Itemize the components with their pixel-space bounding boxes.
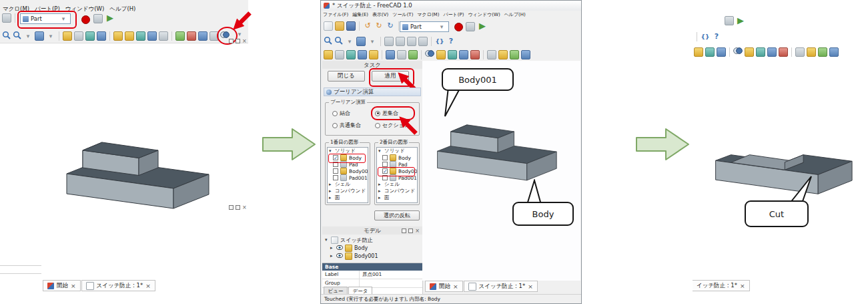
viewport-3d[interactable]: [57, 112, 230, 215]
part-offset-icon[interactable]: [209, 31, 219, 41]
list-node-solids[interactable]: ▾ソリッド: [377, 148, 417, 154]
part-import-icon[interactable]: [795, 47, 805, 57]
part-boolean-icon[interactable]: [425, 48, 434, 61]
save-icon[interactable]: [346, 21, 356, 31]
second-shape-list[interactable]: ▾ソリッド Body Pad ✓Body001 Pad001 ▸シェル ▸コンパ…: [376, 147, 418, 203]
tab-document-partial[interactable]: イッチ防止 : 1* ×: [693, 280, 750, 291]
macro-edit-icon[interactable]: [725, 16, 734, 25]
dock-close-icon[interactable]: ×: [415, 228, 420, 234]
list-item-body001[interactable]: ✓Body001: [377, 168, 417, 174]
visibility-eye-icon[interactable]: [336, 253, 343, 259]
close-icon[interactable]: ×: [453, 283, 458, 290]
menu-macro[interactable]: マクロ(M): [0, 5, 32, 13]
part-export-icon[interactable]: [807, 47, 816, 57]
tab-start-page[interactable]: 開始 ×: [43, 280, 81, 291]
checkbox-checked[interactable]: ✓: [382, 168, 388, 174]
new-file-icon[interactable]: [324, 21, 333, 31]
workbench-selector[interactable]: Part ▾: [400, 21, 449, 32]
part-shapebuilder-icon[interactable]: [818, 47, 827, 57]
macro-play-icon[interactable]: ▶: [105, 13, 115, 23]
dock-restore-icon[interactable]: [236, 39, 240, 43]
part-shapebuilder-icon[interactable]: [510, 50, 519, 59]
list-item-pad[interactable]: Pad: [377, 161, 417, 168]
menu-window[interactable]: ウィンドウ(W): [63, 5, 107, 13]
chevron-down-icon[interactable]: ▾: [23, 31, 33, 41]
menu-part[interactable]: パート(P): [32, 5, 63, 13]
expander-icon[interactable]: ▸: [378, 182, 382, 187]
boolean-section-header[interactable]: ブーリアン演算: [324, 88, 421, 96]
expander-icon[interactable]: ▸: [330, 253, 334, 259]
macro-edit-icon[interactable]: [466, 22, 475, 31]
checkbox-checked[interactable]: ✓: [333, 155, 338, 160]
part-boolean-icon[interactable]: [220, 29, 230, 42]
zoom-selection-icon[interactable]: [13, 29, 21, 42]
list-item-pad001[interactable]: Pad001: [328, 174, 368, 181]
chevron-down-icon[interactable]: ▾: [235, 29, 244, 39]
list-node-solids[interactable]: ▾ソリッド: [328, 148, 368, 154]
part-refine-icon[interactable]: [521, 50, 530, 59]
view-front-icon[interactable]: [384, 37, 394, 46]
checkbox[interactable]: [382, 162, 388, 167]
part-sphere-icon[interactable]: [705, 47, 715, 57]
menu-help[interactable]: ヘルプ(H): [502, 11, 528, 19]
part-sweep-icon[interactable]: [187, 31, 196, 41]
radio-intersection[interactable]: 共通集合: [332, 122, 361, 129]
dock-controls[interactable]: ×: [402, 228, 420, 234]
macro-play-icon[interactable]: ▶: [478, 21, 487, 31]
refresh-icon[interactable]: ↻: [386, 21, 395, 31]
whats-this-icon[interactable]: ?: [446, 37, 456, 46]
list-node-shells[interactable]: ▸シェル: [328, 181, 368, 188]
expander-icon[interactable]: ▸: [330, 245, 334, 251]
axonometric-view-icon[interactable]: [35, 31, 44, 41]
list-node-face[interactable]: ▸面: [377, 194, 417, 201]
part-export-icon[interactable]: [498, 50, 508, 59]
expander-icon[interactable]: ▾: [325, 237, 329, 243]
part-extrude-icon[interactable]: [386, 50, 395, 59]
checkbox[interactable]: [333, 168, 338, 174]
checkbox[interactable]: [382, 175, 388, 180]
close-button[interactable]: 閉じる: [328, 71, 365, 82]
part-revolve-icon[interactable]: [397, 50, 406, 59]
expander-icon[interactable]: ▸: [378, 188, 382, 194]
part-loft-icon[interactable]: [175, 31, 185, 41]
tree-item-body[interactable]: ▸ Body: [322, 244, 422, 252]
part-cut-icon[interactable]: [745, 47, 754, 57]
toolbar-icon[interactable]: [2, 13, 11, 23]
part-section-icon[interactable]: [470, 50, 480, 59]
part-torus-icon[interactable]: [369, 50, 378, 59]
list-node-compound[interactable]: ▸コンパウンド: [328, 188, 368, 194]
menu-part[interactable]: パート(P): [441, 11, 466, 19]
menu-window[interactable]: ウィンドウ(W): [466, 11, 502, 19]
expander-icon[interactable]: ▸: [329, 182, 333, 187]
visibility-eye-icon[interactable]: [336, 245, 343, 251]
dock-controls[interactable]: ×: [229, 204, 247, 210]
part-sphere-icon[interactable]: [346, 50, 356, 59]
open-file-icon[interactable]: [335, 21, 344, 31]
part-section-icon[interactable]: [198, 31, 207, 41]
part-sphere-icon[interactable]: [85, 31, 95, 41]
property-group-header[interactable]: Base: [322, 263, 422, 271]
part-cylinder-icon[interactable]: [335, 50, 344, 59]
radio-union[interactable]: 結合: [332, 110, 350, 117]
part-cylinder-icon[interactable]: [74, 31, 83, 41]
list-node-face[interactable]: ▸面: [328, 194, 368, 201]
dock-restore-icon[interactable]: [236, 205, 240, 210]
checkbox[interactable]: [333, 162, 338, 167]
view-right-icon[interactable]: [407, 37, 416, 46]
list-item-pad[interactable]: Pad: [328, 161, 368, 168]
first-shape-list[interactable]: ▾ソリッド ✓Body Pad Body001 Pad001 ▸シェル ▸コンパ…: [327, 147, 368, 203]
macro-edit-icon[interactable]: [93, 14, 103, 23]
part-box-icon[interactable]: [694, 47, 703, 57]
menu-view[interactable]: 表示(V): [370, 11, 390, 19]
zoom-fit-icon[interactable]: [2, 29, 11, 42]
close-icon[interactable]: ×: [740, 283, 745, 289]
menu-tools[interactable]: ツール(T): [390, 11, 415, 19]
list-node-compound[interactable]: ▸コンパウンド: [377, 188, 417, 194]
list-item-body[interactable]: ✓Body: [328, 154, 368, 161]
dock-close-icon[interactable]: ×: [242, 204, 247, 210]
dock-controls[interactable]: ×: [229, 38, 247, 44]
part-mirror-icon[interactable]: [136, 31, 145, 41]
macro-play-icon[interactable]: ▶: [736, 16, 745, 25]
part-common-icon[interactable]: [459, 50, 468, 59]
tab-start-page[interactable]: 開始 ×: [425, 281, 463, 292]
